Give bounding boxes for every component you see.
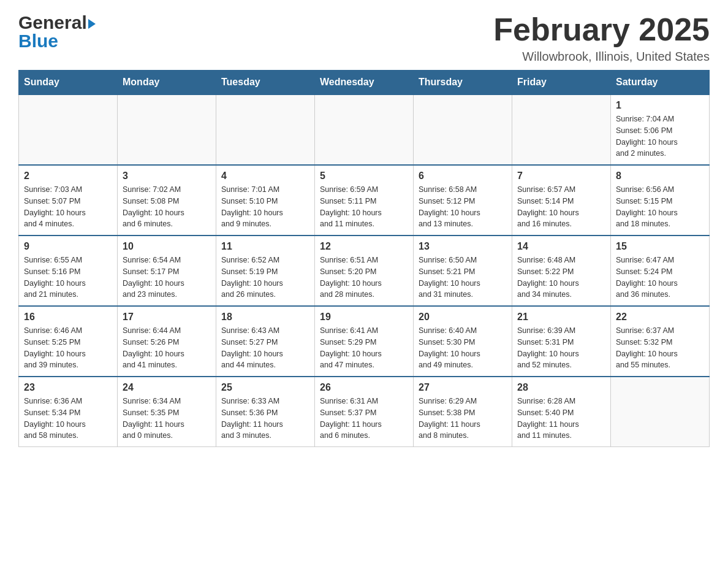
day-number: 8	[616, 170, 704, 182]
day-number: 21	[517, 312, 605, 323]
day-info: Sunrise: 7:02 AM Sunset: 5:08 PM Dayligh…	[123, 184, 211, 230]
calendar-week-row: 2Sunrise: 7:03 AM Sunset: 5:07 PM Daylig…	[19, 165, 710, 236]
calendar-day-cell	[611, 377, 710, 447]
calendar-day-cell: 11Sunrise: 6:52 AM Sunset: 5:19 PM Dayli…	[216, 236, 315, 306]
calendar-day-cell: 6Sunrise: 6:58 AM Sunset: 5:12 PM Daylig…	[414, 165, 512, 236]
col-thursday: Thursday	[414, 71, 512, 95]
calendar-day-cell: 18Sunrise: 6:43 AM Sunset: 5:27 PM Dayli…	[216, 306, 315, 377]
day-number: 22	[616, 312, 704, 323]
calendar-day-cell: 27Sunrise: 6:29 AM Sunset: 5:38 PM Dayli…	[414, 377, 512, 447]
title-block: February 2025 Willowbrook, Illinois, Uni…	[493, 12, 710, 64]
day-number: 17	[123, 312, 211, 323]
day-info: Sunrise: 6:50 AM Sunset: 5:21 PM Dayligh…	[419, 255, 507, 301]
day-number: 26	[320, 382, 408, 393]
day-info: Sunrise: 6:51 AM Sunset: 5:20 PM Dayligh…	[320, 255, 408, 301]
calendar-day-cell: 23Sunrise: 6:36 AM Sunset: 5:34 PM Dayli…	[19, 377, 118, 447]
calendar-day-cell: 5Sunrise: 6:59 AM Sunset: 5:11 PM Daylig…	[315, 165, 414, 236]
day-info: Sunrise: 6:46 AM Sunset: 5:25 PM Dayligh…	[24, 325, 112, 371]
day-number: 1	[616, 100, 704, 111]
calendar-day-cell: 24Sunrise: 6:34 AM Sunset: 5:35 PM Dayli…	[118, 377, 216, 447]
day-number: 12	[320, 241, 408, 252]
calendar-day-cell: 2Sunrise: 7:03 AM Sunset: 5:07 PM Daylig…	[19, 165, 118, 236]
day-info: Sunrise: 6:36 AM Sunset: 5:34 PM Dayligh…	[24, 396, 112, 442]
day-number: 7	[517, 170, 605, 182]
day-number: 23	[24, 382, 112, 393]
calendar-day-cell: 13Sunrise: 6:50 AM Sunset: 5:21 PM Dayli…	[414, 236, 512, 306]
calendar-day-cell: 20Sunrise: 6:40 AM Sunset: 5:30 PM Dayli…	[414, 306, 512, 377]
day-number: 14	[517, 241, 605, 252]
calendar-day-cell: 9Sunrise: 6:55 AM Sunset: 5:16 PM Daylig…	[19, 236, 118, 306]
day-info: Sunrise: 6:57 AM Sunset: 5:14 PM Dayligh…	[517, 184, 605, 230]
day-info: Sunrise: 6:37 AM Sunset: 5:32 PM Dayligh…	[616, 325, 704, 371]
day-number: 20	[419, 312, 507, 323]
calendar-week-row: 9Sunrise: 6:55 AM Sunset: 5:16 PM Daylig…	[19, 236, 710, 306]
day-number: 2	[24, 170, 112, 182]
calendar-day-cell: 14Sunrise: 6:48 AM Sunset: 5:22 PM Dayli…	[512, 236, 611, 306]
day-info: Sunrise: 6:31 AM Sunset: 5:37 PM Dayligh…	[320, 396, 408, 442]
calendar-day-cell: 7Sunrise: 6:57 AM Sunset: 5:14 PM Daylig…	[512, 165, 611, 236]
day-info: Sunrise: 6:29 AM Sunset: 5:38 PM Dayligh…	[419, 396, 507, 442]
day-info: Sunrise: 7:04 AM Sunset: 5:06 PM Dayligh…	[616, 113, 704, 159]
day-number: 15	[616, 241, 704, 252]
day-info: Sunrise: 6:33 AM Sunset: 5:36 PM Dayligh…	[221, 396, 309, 442]
calendar-day-cell: 10Sunrise: 6:54 AM Sunset: 5:17 PM Dayli…	[118, 236, 216, 306]
calendar-day-cell	[315, 94, 414, 165]
month-title: February 2025	[493, 12, 710, 47]
day-info: Sunrise: 6:34 AM Sunset: 5:35 PM Dayligh…	[123, 396, 211, 442]
calendar-day-cell: 12Sunrise: 6:51 AM Sunset: 5:20 PM Dayli…	[315, 236, 414, 306]
day-info: Sunrise: 6:39 AM Sunset: 5:31 PM Dayligh…	[517, 325, 605, 371]
day-info: Sunrise: 6:58 AM Sunset: 5:12 PM Dayligh…	[419, 184, 507, 230]
calendar-day-cell: 19Sunrise: 6:41 AM Sunset: 5:29 PM Dayli…	[315, 306, 414, 377]
calendar-day-cell: 16Sunrise: 6:46 AM Sunset: 5:25 PM Dayli…	[19, 306, 118, 377]
col-tuesday: Tuesday	[216, 71, 315, 95]
calendar-day-cell	[19, 94, 118, 165]
day-number: 27	[419, 382, 507, 393]
day-number: 28	[517, 382, 605, 393]
logo-blue-text: Blue	[18, 31, 58, 52]
day-info: Sunrise: 6:47 AM Sunset: 5:24 PM Dayligh…	[616, 255, 704, 301]
day-info: Sunrise: 7:01 AM Sunset: 5:10 PM Dayligh…	[221, 184, 309, 230]
calendar-day-cell: 15Sunrise: 6:47 AM Sunset: 5:24 PM Dayli…	[611, 236, 710, 306]
day-number: 13	[419, 241, 507, 252]
col-saturday: Saturday	[611, 71, 710, 95]
day-info: Sunrise: 6:56 AM Sunset: 5:15 PM Dayligh…	[616, 184, 704, 230]
day-number: 11	[221, 241, 309, 252]
calendar-day-cell: 4Sunrise: 7:01 AM Sunset: 5:10 PM Daylig…	[216, 165, 315, 236]
day-number: 25	[221, 382, 309, 393]
calendar-week-row: 23Sunrise: 6:36 AM Sunset: 5:34 PM Dayli…	[19, 377, 710, 447]
day-info: Sunrise: 6:48 AM Sunset: 5:22 PM Dayligh…	[517, 255, 605, 301]
day-info: Sunrise: 6:44 AM Sunset: 5:26 PM Dayligh…	[123, 325, 211, 371]
day-number: 6	[419, 170, 507, 182]
calendar-day-cell: 1Sunrise: 7:04 AM Sunset: 5:06 PM Daylig…	[611, 94, 710, 165]
day-number: 5	[320, 170, 408, 182]
calendar-day-cell	[118, 94, 216, 165]
day-info: Sunrise: 6:59 AM Sunset: 5:11 PM Dayligh…	[320, 184, 408, 230]
calendar-day-cell: 8Sunrise: 6:56 AM Sunset: 5:15 PM Daylig…	[611, 165, 710, 236]
day-info: Sunrise: 6:28 AM Sunset: 5:40 PM Dayligh…	[517, 396, 605, 442]
col-monday: Monday	[118, 71, 216, 95]
calendar-day-cell: 21Sunrise: 6:39 AM Sunset: 5:31 PM Dayli…	[512, 306, 611, 377]
logo-general-text: General	[18, 12, 87, 33]
day-number: 4	[221, 170, 309, 182]
day-number: 3	[123, 170, 211, 182]
col-friday: Friday	[512, 71, 611, 95]
logo: General Blue	[18, 12, 96, 52]
day-number: 9	[24, 241, 112, 252]
col-sunday: Sunday	[19, 71, 118, 95]
day-number: 18	[221, 312, 309, 323]
calendar-week-row: 16Sunrise: 6:46 AM Sunset: 5:25 PM Dayli…	[19, 306, 710, 377]
calendar-day-cell	[512, 94, 611, 165]
page-header: General Blue February 2025 Willowbrook, …	[18, 12, 710, 64]
calendar-header-row: Sunday Monday Tuesday Wednesday Thursday…	[19, 71, 710, 95]
day-info: Sunrise: 6:43 AM Sunset: 5:27 PM Dayligh…	[221, 325, 309, 371]
day-info: Sunrise: 6:41 AM Sunset: 5:29 PM Dayligh…	[320, 325, 408, 371]
day-info: Sunrise: 6:52 AM Sunset: 5:19 PM Dayligh…	[221, 255, 309, 301]
calendar-day-cell: 26Sunrise: 6:31 AM Sunset: 5:37 PM Dayli…	[315, 377, 414, 447]
day-info: Sunrise: 6:40 AM Sunset: 5:30 PM Dayligh…	[419, 325, 507, 371]
day-number: 16	[24, 312, 112, 323]
day-number: 19	[320, 312, 408, 323]
logo-arrow-icon	[88, 19, 96, 29]
calendar-day-cell: 17Sunrise: 6:44 AM Sunset: 5:26 PM Dayli…	[118, 306, 216, 377]
day-info: Sunrise: 6:54 AM Sunset: 5:17 PM Dayligh…	[123, 255, 211, 301]
day-number: 10	[123, 241, 211, 252]
